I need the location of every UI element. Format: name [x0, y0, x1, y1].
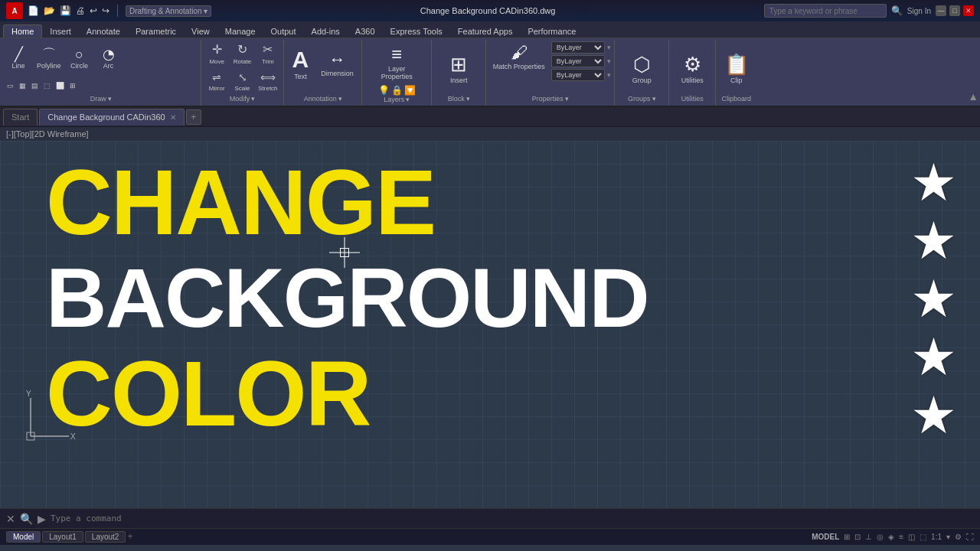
line-button[interactable]: ╱ Line — [5, 41, 32, 76]
snap-button[interactable]: ⊡ — [854, 533, 861, 541]
lineweight-dropdown-arrow[interactable]: ▾ — [607, 71, 611, 79]
groups-group-title: Groups ▾ — [628, 95, 656, 104]
polar-button[interactable]: ◎ — [877, 533, 884, 541]
text-button[interactable]: A Text — [288, 41, 314, 87]
cmd-search-icon[interactable]: 🔍 — [20, 513, 33, 525]
boundary-icon: ⬚ — [44, 82, 51, 90]
stars-container: ★ ★ ★ ★ ★ — [910, 156, 957, 441]
clipboard-icon: 📋 — [724, 53, 749, 77]
tab-view[interactable]: View — [184, 25, 217, 37]
match-properties-button[interactable]: 🖌 Match Properties — [490, 41, 548, 72]
layer-icon-2[interactable]: 🔒 — [391, 85, 403, 96]
rotate-icon: ↻ — [237, 42, 247, 57]
close-button[interactable]: ✕ — [963, 5, 974, 16]
draw-dropdown-arrow[interactable]: ▾ — [108, 95, 112, 103]
utilities-group: ⚙ Utilities Utilities — [670, 40, 716, 106]
group-button[interactable]: ⬡ Group — [628, 45, 656, 91]
mirror-button[interactable]: ⇌ Mirror — [205, 70, 229, 96]
region-button[interactable]: ⬜ — [54, 81, 67, 90]
groups-dropdown-arrow[interactable]: ▾ — [652, 95, 656, 103]
arc-button[interactable]: ◔ Arc — [95, 41, 122, 76]
doc-tab-close[interactable]: ✕ — [170, 113, 176, 122]
move-button[interactable]: ✛ Move — [205, 41, 229, 69]
layer-icon-3[interactable]: 🔽 — [404, 85, 416, 96]
table-button[interactable]: ⊞ — [67, 81, 78, 90]
redo-icon[interactable]: ↪ — [102, 5, 109, 16]
polyline-button[interactable]: ⌒ Polyline — [34, 41, 64, 76]
properties-dropdown-arrow[interactable]: ▾ — [565, 95, 569, 103]
tab-express-tools[interactable]: Express Tools — [383, 25, 450, 37]
maximize-button[interactable]: □ — [949, 5, 960, 16]
new-icon[interactable]: 📄 — [28, 5, 39, 16]
lineweight-select[interactable]: ByLayer — [551, 69, 605, 81]
add-layout-button[interactable]: + — [127, 531, 132, 543]
color-select[interactable]: ByLayer — [551, 41, 605, 54]
search-input[interactable] — [764, 4, 887, 18]
transparency-button[interactable]: ◫ — [908, 533, 915, 541]
gradient-button[interactable]: ▤ — [29, 81, 41, 90]
ortho-button[interactable]: ⊥ — [865, 533, 872, 541]
rectangle-button[interactable]: ▭ — [5, 81, 16, 90]
anno-scale-label: 1:1 — [931, 533, 942, 541]
tab-manage[interactable]: Manage — [217, 25, 263, 37]
tab-output[interactable]: Output — [263, 25, 304, 37]
sign-in-button[interactable]: Sign In — [907, 7, 931, 15]
layout1-tab[interactable]: Layout1 — [42, 531, 83, 543]
undo-icon[interactable]: ↩ — [90, 5, 97, 16]
search-icon[interactable]: 🔍 — [891, 5, 903, 16]
tab-annotate[interactable]: Annotate — [79, 25, 128, 37]
modify-dropdown-arrow[interactable]: ▾ — [251, 95, 255, 103]
ribbon-collapse-button[interactable]: ▲ — [968, 90, 978, 103]
workspace-dropdown[interactable]: Drafting & Annotation ▾ — [126, 5, 211, 17]
layer-icon-1[interactable]: 💡 — [378, 85, 390, 96]
cmd-arrow-icon[interactable]: ▶ — [38, 513, 46, 525]
circle-button[interactable]: ○ Circle — [66, 41, 93, 76]
trim-button[interactable]: ✂ Trim — [256, 41, 279, 69]
layout2-tab[interactable]: Layout2 — [85, 531, 126, 543]
cmd-close-icon[interactable]: ✕ — [6, 513, 15, 525]
open-icon[interactable]: 📂 — [44, 5, 55, 16]
selection-button[interactable]: ⬚ — [920, 533, 926, 541]
tab-insert[interactable]: Insert — [42, 25, 79, 37]
print-icon[interactable]: 🖨 — [76, 5, 85, 16]
hatch-button[interactable]: ▦ — [17, 81, 28, 90]
workspace-status-button[interactable]: ⚙ — [955, 533, 962, 541]
osnap-button[interactable]: ◈ — [888, 533, 894, 541]
annotation-dropdown-arrow[interactable]: ▾ — [338, 95, 342, 103]
save-icon[interactable]: 💾 — [60, 5, 71, 16]
linetype-select[interactable]: ByLayer — [551, 55, 605, 67]
tab-parametric[interactable]: Parametric — [128, 25, 184, 37]
tab-home[interactable]: Home — [3, 24, 42, 37]
utilities-button[interactable]: ⚙ Utilities — [677, 45, 708, 91]
tab-addins[interactable]: Add-ins — [304, 25, 348, 37]
annotation-group-title: Annotation ▾ — [304, 95, 342, 104]
doc-tab-current[interactable]: Change Background CADin360 ✕ — [39, 109, 185, 126]
tab-performance[interactable]: Performance — [520, 25, 583, 37]
minimize-button[interactable]: — — [936, 5, 946, 16]
color-dropdown-arrow[interactable]: ▾ — [607, 44, 611, 51]
layers-dropdown-arrow[interactable]: ▾ — [406, 96, 410, 103]
command-input[interactable] — [51, 514, 974, 523]
clipboard-button[interactable]: 📋 Clip — [720, 45, 753, 91]
stretch-button[interactable]: ⟺ Stretch — [256, 70, 279, 96]
block-dropdown-arrow[interactable]: ▾ — [466, 95, 470, 103]
fullscreen-button[interactable]: ⛶ — [966, 533, 974, 541]
match-properties-icon: 🖌 — [511, 43, 528, 63]
boundary-button[interactable]: ⬚ — [41, 81, 53, 90]
canvas-area[interactable]: CHANGE BACKGROUND COLOR ★ ★ ★ ★ ★ Y X — [0, 141, 980, 508]
insert-button[interactable]: ⊞ Insert — [446, 45, 472, 91]
tab-featured-apps[interactable]: Featured Apps — [450, 25, 521, 37]
linetype-dropdown-arrow[interactable]: ▾ — [607, 57, 611, 65]
doc-tab-start[interactable]: Start — [3, 109, 38, 126]
grid-button[interactable]: ⊞ — [844, 533, 850, 541]
scale-button[interactable]: ⤡ Scale — [230, 70, 254, 96]
model-tab[interactable]: Model — [6, 531, 41, 543]
rotate-button[interactable]: ↻ Rotate — [230, 41, 254, 69]
autocad-logo: A — [6, 2, 23, 19]
dimension-button[interactable]: ↔ Dimension — [316, 41, 358, 87]
lineweight-button[interactable]: ≡ — [899, 533, 903, 541]
anno-scale-button[interactable]: ▾ — [946, 533, 950, 541]
layer-properties-button[interactable]: ≡ LayerProperties — [377, 41, 417, 83]
tab-a360[interactable]: A360 — [348, 25, 383, 37]
doc-tab-add-button[interactable]: + — [186, 109, 201, 125]
